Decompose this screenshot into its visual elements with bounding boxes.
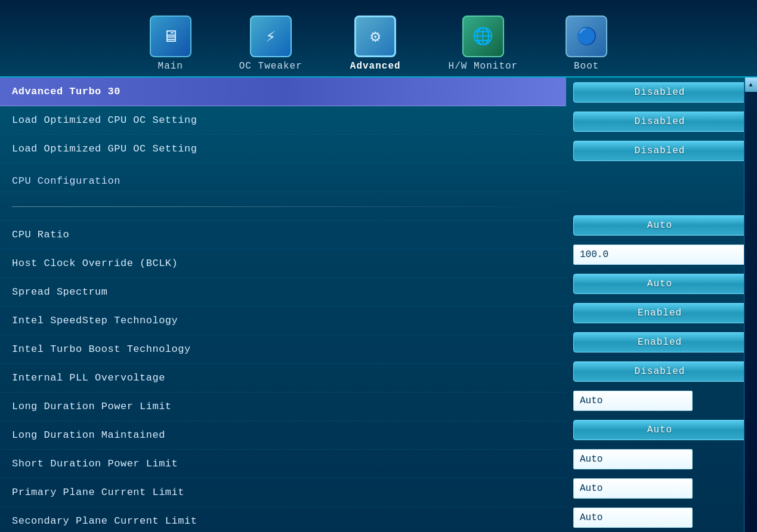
setting-label-short-duration-power: Short Duration Power Limit: [12, 458, 178, 469]
scrollbar-track[interactable]: [744, 92, 757, 532]
top-nav: 🖥 Main ⚡ OC Tweaker ⚙ Advanced 🌐 H/W Mon…: [0, 0, 757, 78]
value-long-duration-power[interactable]: Auto: [573, 391, 693, 411]
value-empty-divider: [571, 194, 752, 211]
setting-label-long-duration-power: Long Duration Power Limit: [12, 401, 172, 412]
value-row-intel-turbo: Enabled: [571, 327, 752, 357]
value-row-long-duration-power: Auto: [571, 386, 752, 415]
main-icon: 🖥: [150, 16, 191, 57]
setting-row-load-cpu[interactable]: Load Optimized CPU OC Setting: [0, 106, 566, 135]
setting-row-cpu-config: CPU Configuration: [0, 163, 566, 192]
value-row-intel-speedstep: Enabled: [571, 298, 752, 327]
setting-row-long-duration-power[interactable]: Long Duration Power Limit: [0, 392, 566, 421]
setting-row-spread-spectrum[interactable]: Spread Spectrum: [0, 278, 566, 307]
value-empty-cpu-config: [571, 165, 752, 194]
oc-tweaker-icon: ⚡: [250, 16, 292, 57]
value-row-long-duration-maintained: Auto: [571, 415, 752, 444]
value-host-clock[interactable]: 100.0: [573, 245, 746, 265]
setting-divider: [0, 192, 566, 221]
setting-row-primary-plane[interactable]: Primary Plane Current Limit: [0, 478, 566, 507]
setting-row-intel-turbo[interactable]: Intel Turbo Boost Technology: [0, 335, 566, 364]
nav-item-boot[interactable]: 🔵 Boot: [566, 16, 607, 76]
value-intel-turbo[interactable]: Enabled: [573, 332, 746, 352]
value-load-cpu[interactable]: Disabled: [573, 112, 746, 132]
nav-item-advanced[interactable]: ⚙ Advanced: [350, 16, 401, 76]
nav-item-main[interactable]: 🖥 Main: [150, 16, 191, 76]
value-row-secondary-plane: Auto: [571, 503, 752, 532]
nav-label-hw-monitor: H/W Monitor: [449, 61, 518, 72]
value-cpu-ratio[interactable]: Auto: [573, 215, 746, 236]
setting-row-advanced-turbo-30[interactable]: Advanced Turbo 30: [0, 78, 566, 106]
main-content: Advanced Turbo 30 Load Optimized CPU OC …: [0, 78, 757, 532]
advanced-icon: ⚙: [354, 16, 396, 57]
setting-label-cpu-config: CPU Configuration: [12, 175, 120, 187]
setting-row-intel-speedstep[interactable]: Intel SpeedStep Technology: [0, 307, 566, 335]
settings-list: Advanced Turbo 30 Load Optimized CPU OC …: [0, 78, 566, 532]
setting-label-spread-spectrum: Spread Spectrum: [12, 286, 108, 298]
value-spread-spectrum[interactable]: Auto: [573, 274, 746, 294]
value-secondary-plane[interactable]: Auto: [573, 508, 693, 528]
scrollbar[interactable]: ▲: [744, 78, 757, 532]
nav-label-advanced: Advanced: [350, 61, 401, 72]
setting-row-long-duration-maintained[interactable]: Long Duration Maintained: [0, 421, 566, 450]
nav-item-hw-monitor[interactable]: 🌐 H/W Monitor: [449, 16, 518, 76]
boot-icon: 🔵: [566, 16, 607, 57]
setting-row-short-duration-power[interactable]: Short Duration Power Limit: [0, 450, 566, 478]
value-row-spread-spectrum: Auto: [571, 269, 752, 298]
setting-label-load-gpu: Load Optimized GPU OC Setting: [12, 143, 197, 154]
setting-label-secondary-plane: Secondary Plane Current Limit: [12, 515, 197, 527]
scrollbar-up-arrow[interactable]: ▲: [745, 78, 757, 92]
value-row-primary-plane: Auto: [571, 474, 752, 503]
setting-label-host-clock: Host Clock Override (BCLK): [12, 258, 178, 269]
value-primary-plane[interactable]: Auto: [573, 478, 693, 499]
values-panel: Disabled Disabled Disabled Auto 100.0 Au…: [566, 78, 757, 532]
value-row-load-cpu: Disabled: [571, 107, 752, 136]
value-intel-speedstep[interactable]: Enabled: [573, 303, 746, 323]
value-row-short-duration-power: Auto: [571, 444, 752, 474]
value-row-advanced-turbo-30: Disabled: [571, 78, 752, 107]
value-load-gpu[interactable]: Disabled: [573, 141, 746, 161]
hw-monitor-icon: 🌐: [462, 16, 504, 57]
setting-row-internal-pll[interactable]: Internal PLL Overvoltage: [0, 364, 566, 392]
setting-label-cpu-ratio: CPU Ratio: [12, 229, 69, 240]
value-long-duration-maintained[interactable]: Auto: [573, 420, 746, 440]
value-row-cpu-ratio: Auto: [571, 211, 752, 240]
setting-row-load-gpu[interactable]: Load Optimized GPU OC Setting: [0, 135, 566, 163]
nav-item-oc-tweaker[interactable]: ⚡ OC Tweaker: [239, 16, 302, 76]
value-short-duration-power[interactable]: Auto: [573, 449, 693, 469]
value-row-host-clock: 100.0: [571, 240, 752, 269]
nav-label-main: Main: [158, 61, 183, 72]
value-advanced-turbo-30[interactable]: Disabled: [573, 82, 746, 103]
value-row-load-gpu: Disabled: [571, 136, 752, 165]
setting-row-host-clock[interactable]: Host Clock Override (BCLK): [0, 249, 566, 278]
setting-label-load-cpu: Load Optimized CPU OC Setting: [12, 115, 197, 126]
value-row-internal-pll: Disabled: [571, 357, 752, 386]
value-internal-pll[interactable]: Disabled: [573, 361, 746, 382]
setting-label-intel-turbo: Intel Turbo Boost Technology: [12, 344, 191, 355]
nav-label-boot: Boot: [574, 61, 599, 72]
setting-label-internal-pll: Internal PLL Overvoltage: [12, 372, 165, 383]
setting-label-intel-speedstep: Intel SpeedStep Technology: [12, 315, 178, 326]
setting-label-long-duration-maintained: Long Duration Maintained: [12, 429, 165, 441]
setting-row-cpu-ratio[interactable]: CPU Ratio: [0, 221, 566, 249]
setting-label-advanced-turbo-30: Advanced Turbo 30: [12, 86, 120, 97]
nav-label-oc-tweaker: OC Tweaker: [239, 61, 302, 72]
setting-label-primary-plane: Primary Plane Current Limit: [12, 487, 184, 498]
setting-row-secondary-plane[interactable]: Secondary Plane Current Limit: [0, 507, 566, 532]
divider-line: [12, 206, 554, 207]
